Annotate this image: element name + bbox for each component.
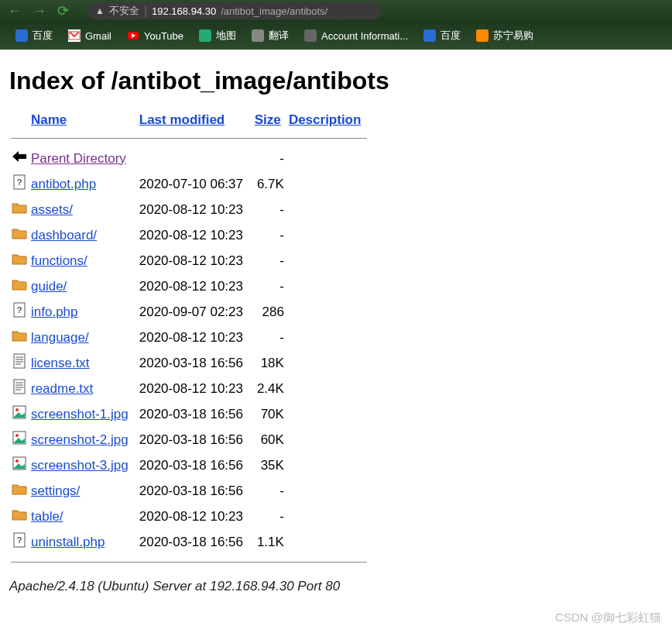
svg-rect-18 (14, 380, 25, 394)
svg-rect-7 (423, 29, 436, 42)
file-link[interactable]: settings/ (31, 483, 80, 498)
size-value: - (253, 248, 287, 273)
file-link[interactable]: antibot.php (31, 177, 96, 191)
file-link[interactable]: license.txt (31, 356, 90, 370)
file-link[interactable]: screenshot-2.jpg (31, 432, 129, 447)
bookmark-item[interactable]: YouTube (127, 29, 183, 42)
baidu-icon (423, 29, 436, 42)
bookmark-item[interactable]: Gmail (68, 29, 111, 42)
baidu-icon (15, 29, 28, 42)
modified-value: 2020-08-12 10:23 (138, 376, 253, 401)
server-signature: Apache/2.4.18 (Ubuntu) Server at 192.168… (9, 579, 663, 594)
file-link[interactable]: info.php (31, 304, 78, 319)
modified-value: 2020-08-12 10:23 (138, 325, 253, 350)
address-bar[interactable]: ▲ 不安全 | 192.168.94.30/antibot_image/anti… (87, 2, 382, 19)
table-row: language/2020-08-12 10:23- (9, 325, 369, 350)
col-size[interactable]: Size (255, 112, 281, 127)
url-host: 192.168.94.30 (152, 5, 216, 17)
size-value: - (253, 222, 287, 248)
svg-rect-6 (304, 29, 317, 42)
table-row: ?uninstall.php2020-03-18 16:561.1K (9, 529, 369, 555)
divider (11, 562, 367, 562)
modified-value: 2020-03-18 16:56 (138, 427, 253, 452)
file-link[interactable]: screenshot-3.jpg (31, 458, 129, 473)
svg-rect-5 (252, 29, 264, 42)
file-link[interactable]: guide/ (31, 279, 67, 294)
file-link[interactable]: screenshot-1.jpg (31, 407, 129, 421)
size-value: 6.7K (253, 171, 287, 197)
file-link[interactable]: functions/ (31, 253, 87, 268)
txt-icon (9, 376, 29, 401)
size-value: - (253, 146, 287, 171)
modified-value: 2020-03-18 16:56 (138, 452, 253, 478)
bookmark-item[interactable]: 苏宁易购 (476, 29, 533, 43)
divider (11, 138, 367, 139)
modified-value: 2020-09-07 02:23 (138, 299, 253, 325)
col-desc[interactable]: Description (289, 112, 362, 127)
svg-text:?: ? (17, 177, 22, 187)
svg-point-24 (15, 408, 19, 411)
dir-icon (9, 248, 29, 273)
back-button[interactable]: ← (8, 3, 22, 19)
back-icon (9, 146, 29, 171)
bookmark-item[interactable]: 地图 (199, 29, 236, 43)
dir-icon (9, 478, 29, 504)
size-value: 2.4K (253, 376, 287, 401)
modified-value: 2020-03-18 16:56 (138, 350, 253, 376)
parent-directory-link[interactable]: Parent Directory (31, 151, 126, 166)
translate-icon (252, 29, 264, 42)
modified-value: 2020-08-12 10:23 (138, 197, 253, 222)
url-path: /antibot_image/antibots/ (221, 5, 327, 17)
dir-icon (9, 273, 29, 299)
file-link[interactable]: dashboard/ (31, 228, 97, 243)
file-link[interactable]: table/ (31, 509, 63, 524)
separator: | (144, 4, 147, 18)
col-modified[interactable]: Last modified (139, 112, 225, 127)
dir-icon (9, 504, 29, 529)
dir-icon (9, 222, 29, 248)
svg-text:?: ? (17, 535, 22, 545)
size-value: 286 (253, 299, 287, 325)
bookmark-item[interactable]: 百度 (423, 29, 461, 43)
col-name[interactable]: Name (31, 112, 67, 127)
img-icon (9, 427, 29, 452)
size-value: 35K (253, 452, 287, 478)
warning-icon: ▲ (95, 5, 105, 16)
table-row: guide/2020-08-12 10:23- (9, 273, 369, 299)
php-icon: ? (9, 529, 29, 555)
table-row: table/2020-08-12 10:23- (9, 504, 369, 529)
size-value: 60K (253, 427, 287, 452)
table-row: settings/2020-03-18 16:56- (9, 478, 369, 504)
modified-value: 2020-07-10 06:37 (138, 171, 253, 197)
size-value: - (253, 478, 287, 504)
bookmark-label: 百度 (33, 29, 53, 43)
account-icon (304, 29, 317, 42)
gmail-icon (68, 29, 81, 42)
bookmark-label: Account Informati... (321, 30, 408, 42)
file-link[interactable]: language/ (31, 330, 89, 345)
file-link[interactable]: readme.txt (31, 381, 93, 396)
bookmark-label: 苏宁易购 (493, 29, 533, 43)
size-value: 70K (253, 401, 287, 427)
modified-value: 2020-08-12 10:23 (138, 273, 253, 299)
table-row: license.txt2020-03-18 16:5618K (9, 350, 369, 376)
directory-listing: Name Last modified Size Description Pare… (9, 109, 369, 569)
table-row: functions/2020-08-12 10:23- (9, 248, 369, 273)
svg-point-26 (15, 434, 19, 437)
svg-text:?: ? (17, 305, 22, 315)
bookmark-item[interactable]: 翻译 (252, 29, 289, 43)
forward-button[interactable]: → (33, 3, 46, 19)
table-row: readme.txt2020-08-12 10:232.4K (9, 376, 369, 401)
modified-value: 2020-03-18 16:56 (138, 478, 253, 504)
bookmark-item[interactable]: 百度 (15, 29, 53, 43)
file-link[interactable]: assets/ (31, 202, 73, 217)
table-row: ?info.php2020-09-07 02:23286 (9, 299, 369, 325)
dir-icon (9, 325, 29, 350)
svg-point-28 (15, 459, 19, 463)
bookmark-item[interactable]: Account Informati... (304, 29, 408, 42)
modified-value: 2020-03-18 16:56 (138, 529, 253, 555)
file-link[interactable]: uninstall.php (31, 535, 105, 549)
img-icon (9, 401, 29, 427)
reload-button[interactable]: ⟳ (57, 2, 69, 19)
modified-value: 2020-08-12 10:23 (138, 222, 253, 248)
